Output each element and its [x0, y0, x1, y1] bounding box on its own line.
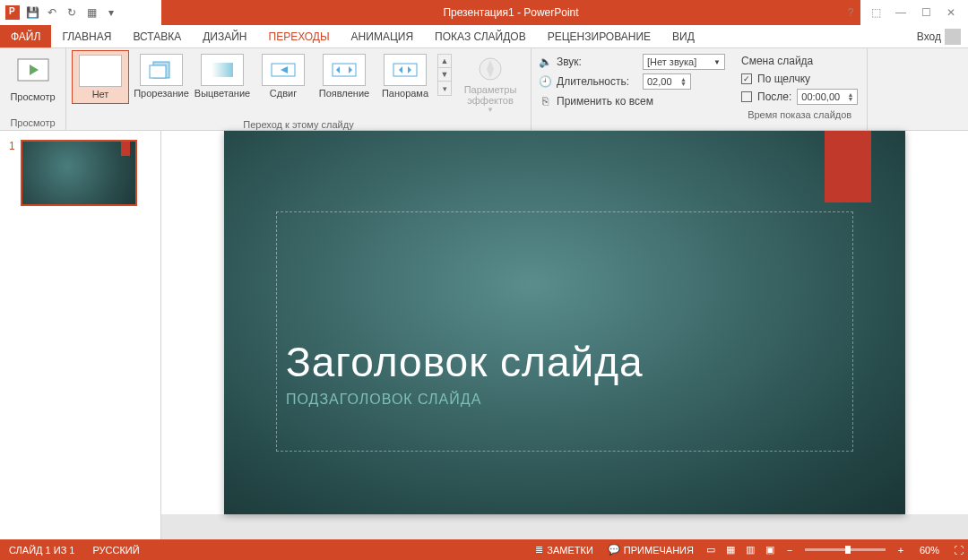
slide-accent: [825, 131, 871, 202]
after-value: 00:00,00: [801, 91, 840, 102]
tab-animations[interactable]: АНИМАЦИЯ: [341, 25, 424, 47]
comments-button[interactable]: 💬ПРИМЕЧАНИЯ: [601, 539, 701, 560]
help-icon[interactable]: ?: [843, 4, 859, 21]
transition-cut[interactable]: Прорезание: [133, 50, 190, 102]
after-checkbox[interactable]: [741, 91, 752, 102]
spinner-icon[interactable]: ▲▼: [680, 77, 687, 86]
sound-dropdown[interactable]: [Нет звука]▼: [643, 54, 725, 70]
transition-none[interactable]: Нет: [72, 50, 129, 104]
transition-wipe[interactable]: Появление: [315, 50, 373, 102]
minimize-icon[interactable]: —: [893, 4, 909, 21]
transition-wipe-label: Появление: [319, 88, 369, 99]
apply-to-all-button[interactable]: Применить ко всем: [557, 95, 653, 108]
title-bar: 💾 ↶ ↻ ▦ ▾ Презентация1 - PowerPoint ? ⬚ …: [0, 0, 968, 25]
status-bar: СЛАЙД 1 ИЗ 1 РУССКИЙ ≣ЗАМЕТКИ 💬ПРИМЕЧАНИ…: [0, 539, 968, 560]
transition-fade[interactable]: Выцветание: [194, 50, 251, 102]
transition-push-label: Сдвиг: [270, 88, 297, 99]
notes-label: ЗАМЕТКИ: [547, 545, 593, 556]
ribbon-display-icon[interactable]: ⬚: [868, 4, 884, 21]
transition-cut-label: Прорезание: [134, 88, 189, 99]
qat-dropdown-icon[interactable]: ▾: [104, 5, 118, 20]
save-icon[interactable]: 💾: [25, 5, 39, 20]
effect-options-icon: [475, 54, 506, 84]
group-preview: Просмотр Просмотр: [0, 48, 66, 130]
slide-canvas[interactable]: Заголовок слайда ПОДЗАГОЛОВОК СЛАЙДА: [161, 131, 968, 514]
zoom-in-icon[interactable]: +: [891, 539, 911, 560]
view-sorter-icon[interactable]: ▦: [721, 539, 740, 560]
zoom-slider[interactable]: [805, 548, 886, 551]
gallery-down-icon[interactable]: ▼: [438, 68, 451, 82]
transition-wipe-icon: [323, 54, 366, 86]
comments-icon: 💬: [608, 544, 620, 556]
slide-thumbnail-1[interactable]: 1: [9, 140, 151, 206]
notes-button[interactable]: ≣ЗАМЕТКИ: [528, 539, 601, 560]
duration-label: Длительность:: [557, 75, 637, 88]
tab-insert[interactable]: ВСТАВКА: [122, 25, 192, 47]
redo-icon[interactable]: ↻: [65, 5, 79, 20]
slide: Заголовок слайда ПОДЗАГОЛОВОК СЛАЙДА: [224, 131, 905, 514]
transition-split[interactable]: Панорама: [376, 50, 434, 102]
after-label: После:: [757, 90, 791, 103]
sound-label: Звук:: [557, 56, 637, 68]
transition-none-icon: [79, 55, 122, 87]
advance-title: Смена слайда: [741, 52, 858, 70]
svg-rect-4: [212, 63, 233, 77]
transition-split-label: Панорама: [382, 88, 428, 99]
zoom-percent[interactable]: 60%: [911, 545, 948, 556]
avatar-icon: [945, 29, 961, 45]
close-icon[interactable]: ✕: [943, 4, 959, 21]
view-slideshow-icon[interactable]: ▣: [760, 539, 780, 560]
slide-subtitle: ПОДЗАГОЛОВОК СЛАЙДА: [286, 392, 843, 408]
view-normal-icon[interactable]: ▭: [701, 539, 721, 560]
svg-rect-7: [333, 64, 356, 76]
spinner-icon[interactable]: ▲▼: [847, 92, 853, 101]
maximize-icon[interactable]: ☐: [918, 4, 934, 21]
tab-review[interactable]: РЕЦЕНЗИРОВАНИЕ: [537, 25, 661, 47]
transition-fade-label: Выцветание: [194, 88, 250, 99]
tab-slideshow[interactable]: ПОКАЗ СЛАЙДОВ: [424, 25, 537, 47]
window-controls: ? ⬚ — ☐ ✕: [834, 0, 968, 25]
effect-options-label: Параметры эффектов: [459, 84, 522, 106]
tab-file[interactable]: ФАЙЛ: [0, 25, 51, 47]
transition-cut-icon: [140, 54, 183, 86]
sign-in[interactable]: Вход: [910, 25, 968, 47]
tab-home[interactable]: ГЛАВНАЯ: [51, 25, 122, 47]
duration-icon: 🕘: [539, 75, 551, 88]
group-gallery-label: Переход к этому слайду: [72, 117, 525, 132]
duration-input[interactable]: 02,00 ▲▼: [643, 73, 691, 90]
start-slideshow-icon[interactable]: ▦: [84, 5, 99, 20]
after-time-input[interactable]: 00:00,00 ▲▼: [797, 89, 858, 105]
sound-icon: 🔈: [539, 56, 551, 68]
fit-window-icon[interactable]: ⛶: [948, 539, 968, 560]
undo-icon[interactable]: ↶: [45, 5, 59, 20]
view-reading-icon[interactable]: ▥: [740, 539, 760, 560]
tab-view[interactable]: ВИД: [661, 25, 705, 47]
thumb-preview: [21, 140, 137, 206]
tab-transitions[interactable]: ПЕРЕХОДЫ: [258, 25, 341, 47]
notes-icon: ≣: [535, 544, 543, 556]
onclick-checkbox[interactable]: ✓: [741, 73, 752, 84]
group-advance-label: Время показа слайдов: [741, 108, 858, 122]
transition-push[interactable]: Сдвиг: [255, 50, 312, 102]
effect-options-button: Параметры эффектов ▼: [455, 50, 525, 117]
preview-button[interactable]: Просмотр: [5, 50, 60, 106]
app-icon: [5, 5, 20, 20]
group-timing-left: 🔈 Звук: [Нет звука]▼ 🕘 Длительность: 02,…: [532, 48, 732, 130]
slide-area: Заголовок слайда ПОДЗАГОЛОВОК СЛАЙДА: [161, 131, 968, 539]
group-advance: Смена слайда ✓ По щелчку После: 00:00,00…: [732, 48, 868, 130]
transition-split-icon: [384, 54, 427, 86]
apply-all-icon: ⎘: [539, 95, 551, 108]
gallery-more-icon[interactable]: ▾: [438, 82, 451, 95]
status-language[interactable]: РУССКИЙ: [83, 545, 148, 556]
thumb-accent: [121, 142, 130, 156]
title-placeholder[interactable]: Заголовок слайда ПОДЗАГОЛОВОК СЛАЙДА: [276, 211, 853, 452]
status-slide-count[interactable]: СЛАЙД 1 ИЗ 1: [0, 545, 83, 556]
gallery-scroll: ▲ ▼ ▾: [437, 54, 452, 96]
tab-design[interactable]: ДИЗАЙН: [192, 25, 257, 47]
zoom-out-icon[interactable]: −: [780, 539, 799, 560]
zoom-thumb[interactable]: [845, 546, 851, 554]
duration-value: 02,00: [647, 76, 672, 87]
ribbon: Просмотр Просмотр Нет Прорезание Выцвета…: [0, 48, 968, 131]
workspace: 1 Заголовок слайда ПОДЗАГОЛОВОК СЛАЙДА: [0, 131, 968, 539]
gallery-up-icon[interactable]: ▲: [438, 55, 451, 68]
